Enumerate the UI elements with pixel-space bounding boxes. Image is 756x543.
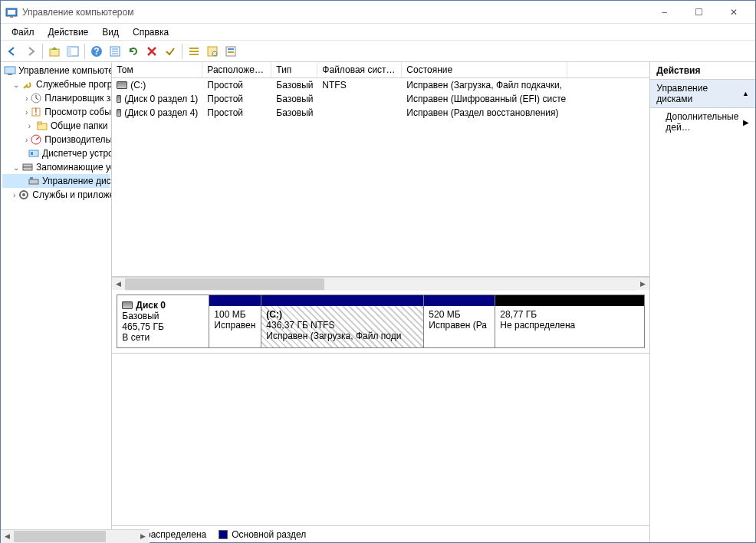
volume-list[interactable]: Том Расположение Тип Файловая система Со… [112,62,649,277]
legend-primary: Основной раздел [219,529,306,540]
partition-bar [261,295,423,306]
volume-layout: Простой [202,78,271,92]
tree-performance[interactable]: › Производительность [2,133,110,146]
svg-rect-1 [8,10,15,15]
actions-header: Действия [650,62,755,80]
collapse-icon[interactable]: ⌄ [13,81,19,89]
menu-file[interactable]: Файл [5,25,41,39]
tree-label: Планировщик заданий [44,93,112,104]
refresh-button[interactable] [125,43,142,60]
close-button[interactable]: ✕ [716,1,751,23]
svg-rect-2 [10,16,13,18]
tree-label: Производительность [44,134,112,145]
expand-icon[interactable]: › [25,122,34,130]
disk-partition[interactable]: (C:)436,37 ГБ NTFSИсправен (Загрузка, Фа… [261,295,424,347]
volume-status: Исправен (Загрузка, Файл подкачки, [402,78,567,92]
maximize-button[interactable]: ☐ [682,1,716,23]
actions-section[interactable]: Управление дисками ▲ [650,80,755,108]
tree-device-manager[interactable]: Диспетчер устройств [2,146,110,160]
menu-help[interactable]: Справка [127,25,175,39]
collapse-icon[interactable]: ⌄ [13,163,19,172]
svg-rect-31 [23,167,32,170]
col-type[interactable]: Тип [271,62,317,77]
col-status[interactable]: Состояние [402,62,567,77]
chevron-right-icon: ▶ [743,118,749,127]
menu-action[interactable]: Действие [42,25,95,39]
help-button[interactable]: ? [88,43,105,60]
actions-more[interactable]: Дополнительные дей… ▶ [650,108,755,136]
disk-partition[interactable]: 28,77 ГБНе распределена [495,295,644,347]
expand-icon[interactable]: › [25,108,28,117]
tree-label: Общие папки [51,120,107,131]
svg-rect-33 [30,177,33,179]
apply-button[interactable] [162,43,179,60]
scroll-left-icon[interactable]: ◀ [1,530,14,543]
services-icon [18,189,30,201]
storage-icon [21,161,34,173]
partition-size: 100 МБ [214,309,245,320]
tree-label: Диспетчер устройств [42,148,112,159]
title-bar: Управление компьютером – ☐ ✕ [1,1,755,24]
volume-list-hscrollbar[interactable]: ◀ ▶ [112,277,649,290]
svg-rect-20 [5,67,15,74]
collapse-icon[interactable]: ▲ [742,90,749,97]
menu-view[interactable]: Вид [96,25,125,39]
up-button[interactable] [46,43,63,60]
show-hide-tree-button[interactable] [64,43,81,60]
partition-bar [424,295,495,306]
delete-button[interactable] [143,43,160,60]
volume-row[interactable]: (Диск 0 раздел 1)ПростойБазовыйИсправен … [112,92,649,106]
disk-info[interactable]: Диск 0 Базовый 465,75 ГБ В сети [117,295,209,347]
partition-bar [209,295,261,306]
minimize-button[interactable]: – [647,1,682,23]
disk-type: Базовый [122,311,204,321]
disk-empty-area [112,354,649,525]
disk-partition[interactable]: 100 МБИсправен [209,295,261,347]
back-button[interactable] [4,43,21,60]
settings-button[interactable] [222,43,239,60]
disk-row[interactable]: Диск 0 Базовый 465,75 ГБ В сети 100 МБИс… [117,295,645,348]
tree-storage[interactable]: ⌄ Запоминающие устройст [2,160,110,174]
volume-icon [117,109,121,117]
col-volume[interactable]: Том [112,62,202,77]
content-area: Управление компьютером (л ⌄ Служебные пр… [1,62,755,542]
svg-point-35 [22,193,25,196]
tree-hscrollbar[interactable]: ◀ ▶ [1,529,112,542]
partition-size: 436,37 ГБ NTFS [266,320,334,331]
tree-services[interactable]: › Службы и приложения [2,188,110,202]
volume-name: (Диск 0 раздел 1) [124,94,198,104]
scroll-right-icon[interactable]: ▶ [636,278,649,291]
tree-shared[interactable]: › Общие папки [2,119,110,133]
volume-fs: NTFS [317,78,402,92]
disk-partition[interactable]: 520 МБИсправен (Ра [424,295,495,347]
col-filesystem[interactable]: Файловая система [317,62,402,77]
forward-button[interactable] [22,43,39,60]
tree-pane[interactable]: Управление компьютером (л ⌄ Служебные пр… [1,62,112,542]
volume-row[interactable]: (C:)ПростойБазовыйNTFSИсправен (Загрузка… [112,78,649,92]
tree-disk-management[interactable]: Управление дисками [2,174,110,188]
svg-rect-19 [228,51,234,53]
tree-label: Управление дисками [42,176,112,186]
tree-scheduler[interactable]: › Планировщик заданий [2,91,110,105]
device-icon [28,147,40,160]
partition-status: Исправен (Загрузка, Файл поди [266,331,401,341]
svg-rect-18 [228,48,234,50]
expand-icon[interactable]: › [25,94,28,103]
properties-button[interactable] [107,43,123,60]
list-view-button[interactable] [186,43,202,60]
volume-row[interactable]: (Диск 0 раздел 4)ПростойБазовыйИсправен … [112,106,649,120]
tree-system-tools[interactable]: ⌄ Служебные программы [2,77,110,91]
tree-root[interactable]: Управление компьютером (л [2,64,110,77]
tree-events[interactable]: › ! Просмотр событий [2,105,110,119]
disk-graphical-view: Диск 0 Базовый 465,75 ГБ В сети 100 МБИс… [112,290,649,354]
expand-icon[interactable]: › [13,191,15,199]
scroll-left-icon[interactable]: ◀ [112,278,125,291]
col-layout[interactable]: Расположение [202,62,271,77]
legend-label: Основной раздел [232,529,306,540]
expand-icon[interactable]: › [25,136,28,144]
folder-icon [36,120,48,132]
svg-text:?: ? [94,46,99,57]
detail-view-button[interactable] [204,43,221,60]
volume-layout: Простой [202,92,271,106]
volume-type: Базовый [271,78,317,92]
